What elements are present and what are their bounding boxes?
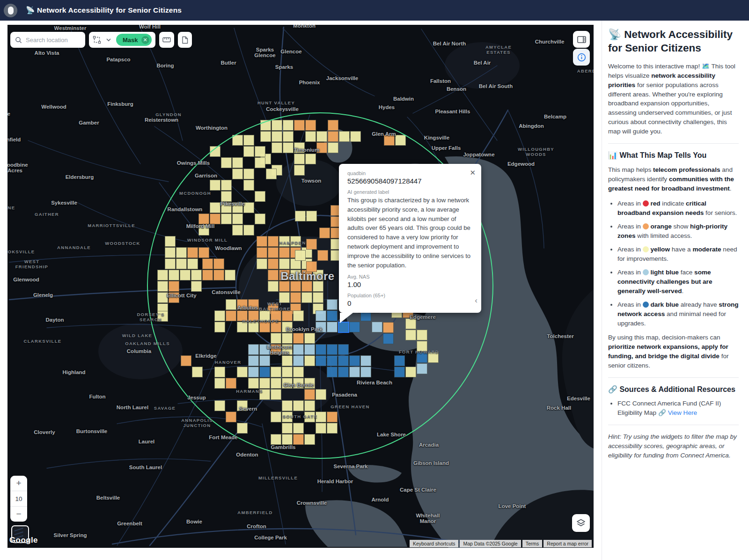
hint-paragraph: Hint: Try using the widgets to filter th… — [608, 432, 739, 460]
divider — [608, 143, 739, 144]
app-title: 📡 Network Accessibility for Senior Citiz… — [26, 6, 182, 15]
attribution-chip[interactable]: Map Data ©2025 Google — [460, 540, 521, 547]
legend-bullet-list: Areas in red indicate critical broadband… — [608, 199, 739, 328]
app-header: 📡 Network Accessibility for Senior Citiz… — [0, 0, 749, 21]
info-sidebar: 📡 Network Accessibility for Senior Citiz… — [602, 21, 749, 560]
legend-bullet: Areas in red indicate critical broadband… — [617, 199, 739, 218]
info-icon — [577, 53, 586, 62]
sidebar-title: 📡 Network Accessibility for Senior Citiz… — [608, 28, 739, 55]
popup-avg-nas-value: 1.00 — [347, 280, 472, 288]
selection-toolbar: Mask ✕ — [89, 32, 155, 48]
popup-population-value: 0 — [347, 299, 472, 307]
remove-mask-icon[interactable]: ✕ — [141, 36, 149, 44]
map-attribution: Keyboard shortcutsMap Data ©2025 GoogleT… — [410, 540, 592, 547]
export-report-button[interactable] — [178, 32, 192, 48]
toggle-panel-button[interactable] — [573, 31, 590, 48]
section-heading-sources: 🔗 Sources & Additional Resources — [608, 385, 739, 395]
ruler-icon — [162, 37, 171, 43]
zoom-in-button[interactable]: + — [10, 476, 27, 491]
zoom-control: + 10 − — [10, 476, 27, 522]
legend-dot — [643, 246, 649, 252]
popup-close-icon[interactable]: ✕ — [470, 169, 476, 177]
legend-bullet: FCC Connect America Fund (CAF II) Eligib… — [617, 399, 739, 418]
selected-grid-cell[interactable] — [338, 322, 349, 333]
legend-bullet: Areas in light blue face some connectivi… — [617, 268, 739, 296]
divider — [608, 425, 739, 425]
map-tells-outro: By using this map, decision-makers can p… — [608, 333, 739, 370]
feature-popup: ✕ quadbin 5256690584097128447 AI generat… — [339, 164, 481, 313]
sources-bullet-list: FCC Connect America Fund (CAF II) Eligib… — [608, 399, 739, 418]
popup-prev-chevron-icon[interactable]: ‹ — [475, 296, 477, 305]
search-placeholder: Search location — [26, 37, 68, 44]
map-tells-intro: This map helps telecom professionals and… — [608, 165, 739, 193]
select-tool-icon[interactable] — [93, 36, 102, 44]
popup-ai-label-text: This group is characterized by a low net… — [347, 196, 472, 270]
section-heading-map-tells: 📊 What This Map Tells You — [608, 151, 739, 161]
popup-field-label: Population (65+) — [347, 293, 472, 298]
workspace-logo[interactable] — [4, 4, 17, 17]
welcome-paragraph: Welcome to this interactive map! 🗺️ This… — [608, 62, 739, 137]
zoom-level: 10 — [10, 491, 27, 506]
legend-dot — [643, 269, 649, 275]
legend-dot — [643, 223, 649, 229]
zoom-out-button[interactable]: − — [10, 506, 27, 522]
divider — [608, 377, 739, 378]
mask-filter-chip[interactable]: Mask ✕ — [116, 34, 152, 46]
legend-bullet: Areas in dark blue already have strong n… — [617, 300, 739, 328]
google-logo: Google — [9, 536, 38, 545]
layers-button[interactable] — [572, 514, 590, 532]
map-canvas[interactable]: WestminsterWolf HillMonktonAlto VistaPat… — [7, 25, 594, 548]
view-here-link[interactable]: View Here — [668, 409, 697, 416]
legend-dot — [643, 302, 649, 308]
measure-tool-button[interactable] — [159, 32, 174, 48]
search-input[interactable]: Search location — [10, 32, 85, 48]
legend-dot — [643, 200, 649, 206]
page-footer: CART — [0, 548, 602, 560]
popup-field-label: AI generated label — [347, 189, 472, 195]
popup-quadbin-value: 5256690584097128447 — [347, 177, 472, 185]
popup-tail — [340, 313, 353, 323]
popup-field-label: quadbin — [347, 170, 472, 176]
attribution-chip[interactable]: Terms — [522, 540, 543, 547]
attribution-chip[interactable]: Keyboard shortcuts — [410, 540, 458, 547]
map-info-button[interactable] — [573, 49, 590, 66]
panel-layout-icon — [577, 36, 586, 43]
popup-field-label: Avg. NAS — [347, 274, 472, 280]
legend-bullet: Areas in orange show high-priority zones… — [617, 222, 739, 241]
chevron-down-icon[interactable] — [106, 38, 111, 42]
layers-icon — [576, 519, 586, 527]
attribution-chip[interactable]: Report a map error — [543, 540, 592, 547]
search-icon — [15, 37, 22, 44]
legend-bullet: Areas in yellow have a moderate need for… — [617, 245, 739, 264]
mask-chip-label: Mask — [123, 37, 138, 44]
document-icon — [182, 36, 188, 44]
